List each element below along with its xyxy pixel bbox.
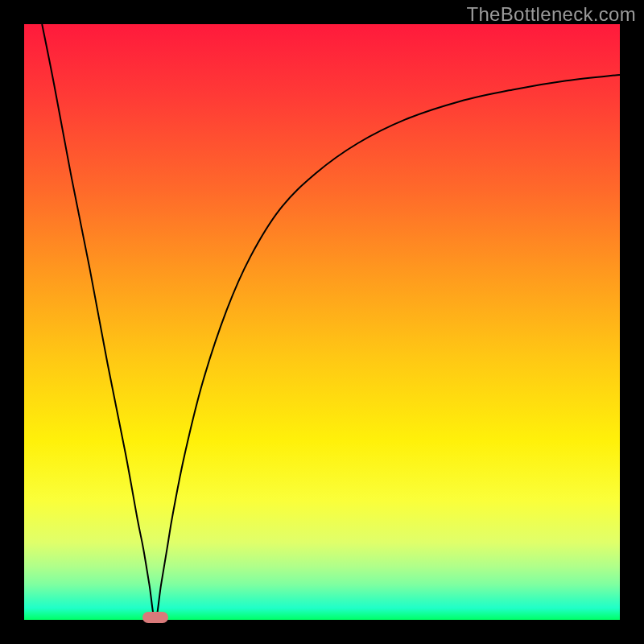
minimum-marker [142,612,168,623]
chart-container: TheBottleneck.com [0,0,644,644]
watermark-text: TheBottleneck.com [466,3,636,26]
bottleneck-curve [42,24,620,620]
curve-layer [24,24,620,620]
